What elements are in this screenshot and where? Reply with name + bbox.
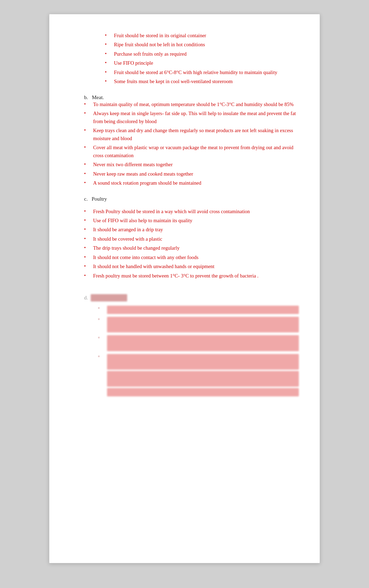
- list-item: • Ripe fruit should not be left in hot c…: [105, 41, 299, 48]
- list-item: • To maintain quality of meat, optimum t…: [84, 100, 299, 108]
- list-item: • It should be covered with a plastic: [84, 235, 299, 243]
- bullet-icon: •: [84, 179, 90, 187]
- item-text: It should not be handled with unwashed h…: [93, 263, 299, 270]
- bullet-icon: •: [84, 235, 90, 243]
- blurred-item-text: contamination from above. Use cold tempe…: [107, 388, 299, 396]
- item-text: Some fruits must be kept in cool well-ve…: [114, 78, 299, 85]
- item-text: Ripe fruit should not be left in hot con…: [114, 41, 299, 48]
- bullet-icon: •: [84, 170, 90, 178]
- blurred-item-text: Fish and shellfish should be stored sepa…: [107, 335, 299, 351]
- item-text: Cover all meat with plastic wrap or vacu…: [93, 144, 299, 159]
- list-item: • Never mix two different meats together: [84, 161, 299, 168]
- blurred-list-item-4: • Store in covered and clean containers …: [98, 354, 299, 396]
- bullet-icon: •: [84, 100, 90, 108]
- bullet-icon: •: [84, 110, 90, 117]
- item-text: It should be arranged in a drip tray: [93, 226, 299, 233]
- list-item: • Cover all meat with plastic wrap or va…: [84, 144, 299, 159]
- bullet-icon: •: [84, 127, 90, 134]
- list-item: • Use FIFO principle: [105, 59, 299, 67]
- item-text: Purchase soft fruits only as required: [114, 50, 299, 58]
- bullet-icon: •: [105, 69, 111, 76]
- list-item: • Purchase soft fruits only as required: [105, 50, 299, 58]
- item-text: Never mix two different meats together: [93, 161, 299, 168]
- blurred-list-item-3: • Fish and shellfish should be stored se…: [98, 335, 299, 351]
- item-text: Fresh Poultry should be stored in a way …: [93, 208, 299, 215]
- bullet-icon: •: [105, 32, 111, 39]
- fruit-list: • Fruit should be stored in its original…: [70, 32, 299, 86]
- bullet-icon: •: [98, 317, 104, 322]
- bullet-icon: •: [105, 50, 111, 58]
- list-item: • A sound stock rotation program should …: [84, 179, 299, 187]
- section-c: c. Poultry: [84, 196, 299, 202]
- section-d: d. Seafood • Use of FIFO will help to ma…: [84, 294, 299, 396]
- item-text: Never keep raw meats and cooked meats to…: [93, 170, 299, 178]
- section-b-label: b. Meat.: [84, 95, 105, 100]
- list-item: • Keep trays clean and dry and change th…: [84, 127, 299, 142]
- list-item: • Fruit should be stored at 6°C-8°C with…: [105, 69, 299, 76]
- item-text: Use FIFO principle: [114, 59, 299, 67]
- bullet-icon: •: [84, 226, 90, 233]
- list-item: • The drip trays should be changed regul…: [84, 244, 299, 252]
- bullet-icon: •: [84, 253, 90, 261]
- list-item: • Some fruits must be kept in cool well-…: [105, 78, 299, 85]
- blurred-item-text: Use of FIFO will help to maintain its qu…: [107, 306, 299, 314]
- item-text: Always keep meat in single layers- fat s…: [93, 110, 299, 125]
- blurred-item-text: Store in covered and clean containers an…: [107, 354, 299, 370]
- bullet-icon: •: [84, 208, 90, 215]
- bullet-icon: •: [98, 354, 104, 360]
- bullet-icon: •: [84, 161, 90, 168]
- section-c-label: c. Poultry: [84, 196, 107, 202]
- blurred-item-text: storage and maintain proper temperature …: [107, 371, 299, 387]
- item-text: Keep trays clean and dry and change them…: [93, 127, 299, 142]
- blurred-list-item-2: • Keep the refrigeration temperature at …: [98, 317, 299, 332]
- blurred-item-text: Keep the refrigeration temperature at 0°…: [107, 317, 299, 332]
- bullet-icon: •: [98, 335, 104, 341]
- list-item: • Use of FIFO will also help to maintain…: [84, 217, 299, 224]
- bullet-icon: •: [84, 244, 90, 252]
- list-item: • It should not come into contact with a…: [84, 253, 299, 261]
- bullet-icon: •: [105, 59, 111, 67]
- list-item: • Fruit should be stored in its original…: [105, 32, 299, 39]
- bullet-icon: •: [105, 78, 111, 85]
- item-text: It should be covered with a plastic: [93, 235, 299, 243]
- meat-list: • To maintain quality of meat, optimum t…: [70, 100, 299, 187]
- bullet-icon: •: [84, 144, 90, 151]
- document-page: • Fruit should be stored in its original…: [49, 14, 320, 563]
- item-text: Fruit should be stored in its original c…: [114, 32, 299, 39]
- bullet-icon: •: [84, 272, 90, 280]
- bullet-icon: •: [84, 263, 90, 270]
- list-item: • It should be arranged in a drip tray: [84, 226, 299, 233]
- bullet-icon: •: [84, 217, 90, 224]
- section-b: b. Meat.: [84, 95, 299, 100]
- bullet-icon: •: [105, 41, 111, 48]
- section-d-label: d.: [84, 295, 88, 301]
- section-d-title: Seafood: [91, 294, 127, 301]
- item-text: It should not come into contact with any…: [93, 253, 299, 261]
- item-text: To maintain quality of meat, optimum tem…: [93, 100, 299, 108]
- item-text: Fresh poultry must be stored between 1°C…: [93, 272, 299, 280]
- blurred-list-item-1: • Use of FIFO will help to maintain its …: [98, 306, 299, 314]
- item-text: Use of FIFO will also help to maintain i…: [93, 217, 299, 224]
- poultry-list: • Fresh Poultry should be stored in a wa…: [70, 208, 299, 280]
- item-text: A sound stock rotation program should be…: [93, 179, 299, 187]
- item-text: Fruit should be stored at 6°C-8°C with h…: [114, 69, 299, 76]
- list-item: • Fresh poultry must be stored between 1…: [84, 272, 299, 280]
- list-item: • It should not be handled with unwashed…: [84, 263, 299, 270]
- list-item: • Always keep meat in single layers- fat…: [84, 110, 299, 125]
- item-text: The drip trays should be changed regular…: [93, 244, 299, 252]
- list-item: • Never keep raw meats and cooked meats …: [84, 170, 299, 178]
- list-item: • Fresh Poultry should be stored in a wa…: [84, 208, 299, 215]
- bullet-icon: •: [98, 306, 104, 311]
